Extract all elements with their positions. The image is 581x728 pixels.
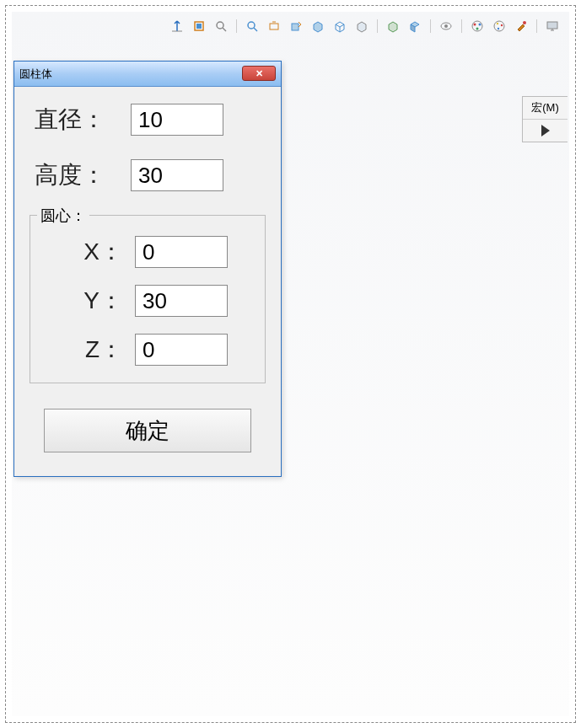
center-fieldset: 圆心： X： Y： Z： bbox=[30, 215, 266, 383]
diameter-input[interactable] bbox=[131, 104, 223, 136]
z-input[interactable] bbox=[135, 334, 228, 366]
height-input[interactable] bbox=[131, 159, 223, 191]
wireframe-icon[interactable] bbox=[353, 18, 370, 35]
dialog-title: 圆柱体 bbox=[19, 67, 52, 82]
svg-point-3 bbox=[248, 22, 255, 29]
svg-rect-4 bbox=[270, 24, 278, 29]
y-label: Y： bbox=[42, 285, 135, 317]
section-icon[interactable] bbox=[406, 18, 423, 35]
macro-title: 宏(M) bbox=[523, 97, 568, 120]
svg-point-16 bbox=[523, 21, 526, 24]
height-label: 高度： bbox=[30, 159, 131, 191]
appearance-icon[interactable] bbox=[469, 18, 486, 35]
viewport: ✶ SW 研习社 宏(M) bbox=[12, 12, 569, 716]
rotate-view-icon[interactable] bbox=[288, 18, 304, 35]
diameter-label: 直径： bbox=[30, 104, 131, 136]
paint-icon[interactable] bbox=[513, 18, 530, 35]
display-icon[interactable] bbox=[544, 18, 561, 35]
close-icon: ✕ bbox=[256, 68, 263, 79]
macro-play-button[interactable] bbox=[523, 120, 568, 142]
shaded-icon[interactable] bbox=[309, 18, 326, 35]
svg-point-11 bbox=[476, 28, 479, 30]
box-icon[interactable] bbox=[385, 18, 401, 35]
eye-icon[interactable] bbox=[438, 18, 455, 35]
cylinder-large bbox=[339, 140, 508, 475]
svg-point-13 bbox=[497, 23, 498, 24]
pan-icon[interactable] bbox=[266, 18, 282, 35]
z-label: Z： bbox=[42, 334, 135, 366]
cylinder-small bbox=[282, 425, 400, 558]
svg-rect-1 bbox=[196, 24, 202, 29]
dialog-titlebar[interactable]: 圆柱体 ✕ bbox=[14, 62, 281, 87]
dialog-body: 直径： 高度： 圆心： X： Y： Z： bbox=[14, 87, 281, 476]
svg-point-15 bbox=[498, 28, 499, 29]
y-input[interactable] bbox=[135, 285, 228, 317]
rect-select-icon[interactable] bbox=[191, 18, 207, 35]
palette-icon[interactable] bbox=[491, 18, 508, 35]
x-input[interactable] bbox=[135, 236, 228, 268]
axis-icon[interactable] bbox=[169, 18, 186, 35]
svg-point-14 bbox=[501, 24, 503, 26]
svg-rect-5 bbox=[292, 24, 299, 30]
close-button[interactable]: ✕ bbox=[242, 66, 276, 81]
x-label: X： bbox=[42, 236, 135, 268]
svg-point-12 bbox=[494, 21, 504, 31]
svg-point-9 bbox=[474, 24, 476, 26]
svg-point-10 bbox=[479, 24, 481, 26]
svg-point-2 bbox=[217, 22, 223, 29]
hidden-lines-icon[interactable] bbox=[331, 18, 348, 35]
zoom-icon[interactable] bbox=[212, 18, 229, 35]
svg-point-7 bbox=[444, 24, 448, 28]
zoom-area-icon[interactable] bbox=[244, 18, 261, 35]
play-icon bbox=[541, 125, 550, 136]
cylinder-medium bbox=[406, 410, 545, 640]
center-legend: 圆心： bbox=[37, 206, 89, 226]
macro-panel: 宏(M) bbox=[522, 96, 568, 142]
ok-button[interactable]: 确定 bbox=[44, 409, 251, 452]
svg-rect-17 bbox=[547, 22, 557, 29]
cylinder-dialog: 圆柱体 ✕ 直径： 高度： 圆心： X： Y： bbox=[13, 61, 282, 477]
view-toolbar bbox=[169, 15, 561, 37]
